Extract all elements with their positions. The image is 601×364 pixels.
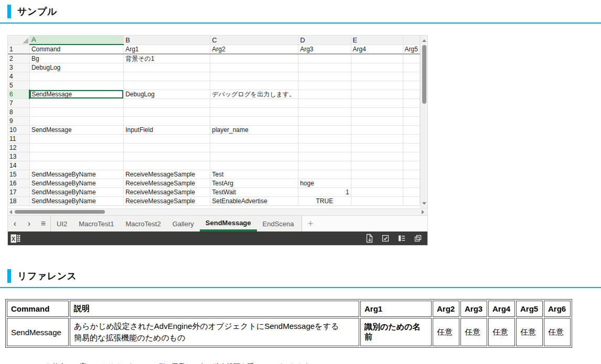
cell-B10[interactable]: InputField bbox=[124, 126, 210, 135]
cell-F6[interactable] bbox=[403, 90, 420, 99]
cell-B12[interactable] bbox=[124, 144, 210, 152]
cell-C16[interactable]: TestArg bbox=[210, 179, 298, 188]
cell-C7[interactable] bbox=[210, 99, 298, 108]
cell-B17[interactable]: ReceiveMessageSample bbox=[124, 188, 210, 197]
cell-A5[interactable] bbox=[29, 81, 123, 90]
cell-D13[interactable] bbox=[298, 152, 351, 161]
cell-B7[interactable] bbox=[124, 99, 210, 108]
cell-D17[interactable]: 1 bbox=[298, 188, 351, 197]
cell-F12[interactable] bbox=[403, 144, 420, 152]
column-header-D[interactable]: D bbox=[298, 36, 351, 45]
cell-B9[interactable] bbox=[124, 117, 210, 126]
row-header-6[interactable]: 6 bbox=[8, 90, 29, 99]
cell-E13[interactable] bbox=[351, 152, 403, 161]
cell-F11[interactable] bbox=[403, 135, 420, 144]
cell-B11[interactable] bbox=[124, 135, 210, 144]
row-header-12[interactable]: 12 bbox=[8, 144, 29, 152]
cell-E15[interactable] bbox=[351, 170, 403, 179]
cell-F17[interactable] bbox=[403, 188, 420, 197]
cell-D3[interactable] bbox=[298, 63, 351, 72]
cell-B2[interactable]: 背景その1 bbox=[124, 54, 210, 63]
row-header-9[interactable]: 9 bbox=[8, 117, 29, 126]
cell-F2[interactable] bbox=[403, 54, 420, 63]
sheet-tab-gallery[interactable]: Gallery bbox=[167, 216, 200, 231]
cell-B15[interactable]: ReceiveMessageSample bbox=[124, 170, 210, 179]
cell-E18[interactable] bbox=[351, 197, 403, 206]
cell-C6[interactable]: デバッグログを出力します。 bbox=[210, 90, 298, 99]
row-header-2[interactable]: 2 bbox=[8, 54, 29, 63]
cell-E9[interactable] bbox=[351, 117, 403, 126]
sheet-tab-ui2[interactable]: UI2 bbox=[51, 216, 73, 231]
cell-F18[interactable] bbox=[403, 197, 420, 206]
cell-D11[interactable] bbox=[298, 135, 351, 144]
cell-A7[interactable] bbox=[29, 99, 123, 108]
cell-E16[interactable] bbox=[351, 179, 403, 188]
row-header-14[interactable]: 14 bbox=[8, 161, 29, 170]
horizontal-scrollbar[interactable] bbox=[8, 208, 427, 215]
horizontal-scroll-thumb[interactable] bbox=[15, 210, 105, 214]
cell-C8[interactable] bbox=[210, 108, 298, 117]
scroll-right-icon[interactable] bbox=[422, 210, 424, 214]
tab-scroll-right-button[interactable]: › bbox=[22, 216, 36, 231]
cell-F4[interactable] bbox=[403, 72, 420, 81]
cell-B14[interactable] bbox=[124, 161, 210, 170]
row-header-18[interactable]: 18 bbox=[8, 197, 29, 206]
cell-F5[interactable] bbox=[403, 81, 420, 90]
column-header-B[interactable]: B bbox=[124, 36, 210, 45]
cell-C13[interactable] bbox=[210, 152, 298, 161]
cell-E14[interactable] bbox=[351, 161, 403, 170]
cell-A10[interactable]: SendMessage bbox=[29, 126, 123, 135]
cell-C3[interactable] bbox=[210, 63, 298, 72]
cell-C18[interactable]: SetEnableAdvertise bbox=[210, 197, 298, 206]
cell-A4[interactable] bbox=[29, 72, 123, 81]
scroll-down-icon[interactable] bbox=[422, 202, 426, 205]
cell-A13[interactable] bbox=[29, 152, 123, 161]
cell-E8[interactable] bbox=[351, 108, 403, 117]
row-header-7[interactable]: 7 bbox=[8, 99, 29, 108]
vertical-scroll-thumb[interactable] bbox=[422, 45, 426, 104]
edit-workbook-icon[interactable] bbox=[381, 234, 390, 242]
row-header-3[interactable]: 3 bbox=[8, 63, 29, 72]
cell-A6[interactable]: SendMessage bbox=[29, 90, 123, 99]
cell-A12[interactable] bbox=[29, 144, 123, 152]
cell-D4[interactable] bbox=[298, 72, 351, 81]
cell-D6[interactable] bbox=[298, 90, 351, 99]
cell-B6[interactable]: DebugLog bbox=[124, 90, 210, 99]
cell-D10[interactable] bbox=[298, 126, 351, 135]
cell-B5[interactable] bbox=[124, 81, 210, 90]
cell-A11[interactable] bbox=[29, 135, 123, 144]
cell-D1[interactable]: Arg3 bbox=[298, 45, 351, 54]
cell-C5[interactable] bbox=[210, 81, 298, 90]
cell-E4[interactable] bbox=[351, 72, 403, 81]
cell-A8[interactable] bbox=[29, 108, 123, 117]
cell-C14[interactable] bbox=[210, 161, 298, 170]
cell-C11[interactable] bbox=[210, 135, 298, 144]
cell-F14[interactable] bbox=[403, 161, 420, 170]
cell-E6[interactable] bbox=[351, 90, 403, 99]
cell-E1[interactable]: Arg4 bbox=[351, 45, 403, 54]
cell-A18[interactable]: SendMessageByName bbox=[29, 197, 123, 206]
tab-scroll-left-button[interactable]: ‹ bbox=[8, 216, 22, 231]
cell-D15[interactable] bbox=[298, 170, 351, 179]
cell-A14[interactable] bbox=[29, 161, 123, 170]
cell-C4[interactable] bbox=[210, 72, 298, 81]
scroll-left-icon[interactable] bbox=[9, 210, 12, 214]
row-header-17[interactable]: 17 bbox=[8, 188, 29, 197]
cell-F1[interactable]: Arg5 bbox=[403, 45, 420, 54]
sheet-tab-endscena[interactable]: EndScena bbox=[257, 216, 300, 231]
cell-C17[interactable]: TestWait bbox=[210, 188, 298, 197]
cell-B3[interactable] bbox=[124, 63, 210, 72]
cell-B16[interactable]: ReceiveMessageSample bbox=[124, 179, 210, 188]
cell-D14[interactable] bbox=[298, 161, 351, 170]
cell-B13[interactable] bbox=[124, 152, 210, 161]
scroll-up-icon[interactable] bbox=[422, 39, 426, 42]
cell-E7[interactable] bbox=[351, 99, 403, 108]
cell-A2[interactable]: Bg bbox=[29, 54, 123, 63]
sheet-tab-macrotest1[interactable]: MacroTest1 bbox=[73, 216, 120, 231]
column-header-C[interactable]: C bbox=[210, 36, 298, 45]
cell-C1[interactable]: Arg2 bbox=[210, 45, 298, 54]
cell-C12[interactable] bbox=[210, 144, 298, 152]
cell-E2[interactable] bbox=[351, 54, 403, 63]
cell-F3[interactable] bbox=[403, 63, 420, 72]
column-header-A[interactable]: A bbox=[29, 36, 123, 45]
